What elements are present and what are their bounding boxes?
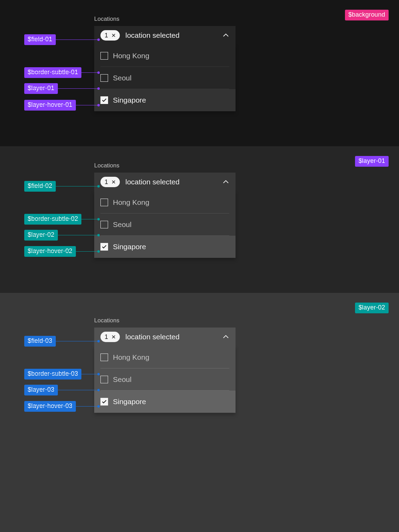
dropdown-text: location selected (125, 178, 222, 186)
checkbox-checked-icon[interactable] (100, 398, 108, 405)
multiselect-dropdown: Locations 1 location selected Hong Kong … (94, 16, 236, 111)
layer-02-token-tag: $layer-02 (355, 303, 389, 313)
dropdown-label: Locations (94, 317, 236, 324)
close-icon[interactable] (111, 334, 116, 340)
list-item[interactable]: Hong Kong (94, 45, 236, 67)
callout-field: $field-03 (24, 340, 100, 342)
dropdown-label: Locations (94, 16, 236, 23)
list-item-hover[interactable]: Singapore (94, 391, 236, 413)
callout-field: $field-02 (24, 185, 100, 187)
selection-pill[interactable]: 1 (100, 332, 120, 342)
close-icon[interactable] (111, 179, 116, 185)
dot-icon (97, 389, 100, 391)
option-label: Singapore (113, 398, 146, 406)
checkbox-icon[interactable] (100, 221, 108, 228)
option-label: Seoul (113, 220, 132, 229)
checkbox-icon[interactable] (100, 354, 108, 361)
list-item-hover[interactable]: Singapore (94, 89, 236, 111)
option-label: Seoul (113, 375, 132, 384)
dropdown-field[interactable]: 1 location selected (94, 173, 236, 191)
option-label: Hong Kong (113, 198, 149, 207)
option-label: Singapore (113, 243, 146, 251)
option-label: Seoul (113, 74, 132, 82)
dot-icon (97, 38, 100, 41)
list-item[interactable]: Hong Kong (94, 191, 236, 213)
dot-icon (97, 373, 100, 375)
list-item[interactable]: Seoul (94, 368, 236, 391)
layer-01-token-tag: $layer-01 (355, 156, 389, 167)
section-layer-02: $layer-02 Locations 1 location selected … (0, 293, 399, 532)
callout-hover: $layer-hover-03 (24, 405, 100, 408)
dropdown-label: Locations (94, 162, 236, 169)
dot-icon (97, 405, 100, 408)
multiselect-dropdown: Locations 1 location selected Hong Kong … (94, 162, 236, 258)
callout-border: $border-subtle-01 (24, 71, 100, 74)
dot-icon (97, 340, 100, 342)
selection-pill[interactable]: 1 (100, 177, 120, 187)
dot-icon (97, 71, 100, 74)
dot-icon (97, 250, 100, 253)
callout-hover: $layer-hover-02 (24, 250, 100, 253)
dot-icon (97, 185, 100, 187)
dropdown-menu: Hong Kong Seoul Singapore (94, 346, 236, 413)
selection-count: 1 (105, 333, 108, 341)
option-label: Hong Kong (113, 353, 149, 361)
checkbox-icon[interactable] (100, 74, 108, 82)
section-background: $background Locations 1 location selecte… (0, 0, 399, 146)
option-label: Singapore (113, 96, 146, 104)
callout-field: $field-01 (24, 38, 100, 41)
dot-icon (97, 87, 100, 90)
background-token-tag: $background (345, 10, 389, 20)
option-label: Hong Kong (113, 52, 149, 60)
dropdown-field[interactable]: 1 location selected (94, 328, 236, 346)
dropdown-menu: Hong Kong Seoul Singapore (94, 45, 236, 111)
close-icon[interactable] (111, 33, 116, 38)
dropdown-menu: Hong Kong Seoul Singapore (94, 191, 236, 258)
list-item-hover[interactable]: Singapore (94, 236, 236, 258)
list-item[interactable]: Seoul (94, 67, 236, 89)
dot-icon (97, 234, 100, 236)
checkbox-icon[interactable] (100, 199, 108, 206)
checkbox-icon[interactable] (100, 376, 108, 383)
callout-border: $border-subtle-02 (24, 218, 100, 220)
list-item[interactable]: Seoul (94, 213, 236, 236)
checkbox-icon[interactable] (100, 52, 108, 60)
section-layer-01: $layer-01 Locations 1 location selected … (0, 146, 399, 293)
checkbox-checked-icon[interactable] (100, 243, 108, 251)
callout-layer: $layer-03 (24, 389, 100, 391)
selection-pill[interactable]: 1 (100, 30, 120, 41)
dot-icon (97, 104, 100, 106)
callout-layer: $layer-02 (24, 234, 100, 236)
selection-count: 1 (105, 32, 108, 39)
dropdown-field[interactable]: 1 location selected (94, 26, 236, 45)
dropdown-text: location selected (125, 333, 222, 341)
dropdown-text: location selected (125, 31, 222, 40)
dot-icon (97, 218, 100, 220)
chevron-up-icon[interactable] (222, 32, 229, 39)
checkbox-checked-icon[interactable] (100, 96, 108, 104)
callout-hover: $layer-hover-01 (24, 104, 100, 106)
callout-border: $border-subtle-03 (24, 373, 100, 375)
chevron-up-icon[interactable] (222, 333, 229, 340)
list-item[interactable]: Hong Kong (94, 346, 236, 368)
selection-count: 1 (105, 178, 108, 186)
callout-layer: $layer-01 (24, 87, 100, 90)
chevron-up-icon[interactable] (222, 178, 229, 185)
multiselect-dropdown: Locations 1 location selected Hong Kong … (94, 317, 236, 413)
